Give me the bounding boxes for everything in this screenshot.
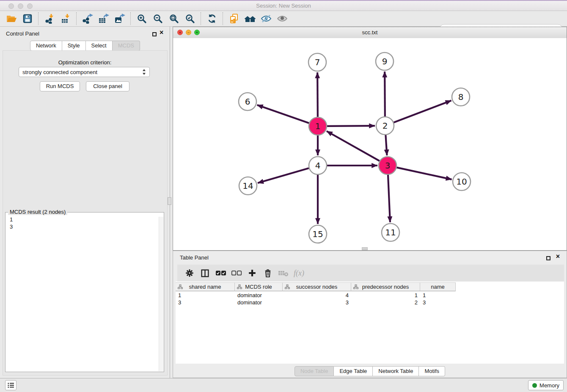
float-table-panel-icon[interactable]: [546, 255, 550, 262]
table-cell[interactable]: 1: [351, 292, 420, 299]
column-label: successor nodes: [296, 284, 338, 290]
table-cell[interactable]: 4: [283, 292, 351, 299]
network-view-window: × − + scc.txt 7968124314101511: [173, 27, 567, 251]
titlebar: Session: New Session: [0, 0, 567, 11]
main-toolbar: [0, 11, 567, 27]
close-panel-button[interactable]: Close panel: [86, 81, 129, 91]
graph-edge-2-9[interactable]: [385, 72, 385, 116]
control-panel: Control Panel × NetworkStyleSelectMCDS O…: [0, 27, 170, 378]
save-session-icon[interactable]: [19, 12, 36, 25]
status-bar: Memory: [0, 378, 567, 392]
memory-button[interactable]: Memory: [528, 380, 564, 390]
graph-edge-3-11[interactable]: [388, 175, 390, 222]
table-cell[interactable]: 3: [283, 299, 351, 306]
show-column-panel-icon[interactable]: [197, 267, 213, 279]
tab-network[interactable]: Network: [30, 41, 62, 51]
import-network-icon[interactable]: [41, 12, 58, 25]
graph-node-label-2: 2: [383, 121, 388, 131]
network-view-title: scc.txt: [173, 29, 567, 36]
deselect-all-rows-icon[interactable]: [228, 267, 244, 279]
table-panel-tabs: Node TableEdge TableNetwork TableMotifs: [173, 366, 567, 376]
add-column-plus-icon[interactable]: [244, 267, 260, 279]
table-cell[interactable]: 1: [176, 292, 235, 299]
table-cell[interactable]: 3: [420, 299, 456, 306]
close-table-panel-icon[interactable]: ×: [556, 254, 560, 259]
delete-column-trash-icon[interactable]: [260, 267, 275, 279]
table-row[interactable]: 3dominator323: [176, 299, 456, 306]
optimization-criterion-select[interactable]: strongly connected component: [19, 67, 150, 77]
table-settings-gear-icon[interactable]: [182, 267, 197, 279]
tab-mcds[interactable]: MCDS: [113, 41, 140, 51]
select-value: strongly connected component: [22, 69, 142, 75]
graph-edge-3-10[interactable]: [396, 168, 451, 179]
column-header-name[interactable]: name: [420, 283, 456, 291]
run-mcds-button[interactable]: Run MCDS: [40, 81, 80, 91]
toolbar-separator: [223, 12, 223, 25]
zoom-out-icon[interactable]: [150, 12, 166, 25]
column-header-successor-nodes[interactable]: successor nodes: [283, 283, 351, 291]
network-graph: 7968124314101511: [173, 38, 567, 250]
select-all-rows-icon[interactable]: [213, 267, 228, 279]
clone-network-icon[interactable]: [226, 12, 242, 25]
control-panel-title: Control Panel: [6, 30, 39, 37]
hide-selected-eye-icon[interactable]: [258, 12, 274, 25]
column-label: shared name: [189, 284, 221, 290]
graph-node-label-11: 11: [385, 227, 396, 237]
application-window: Session: New Session: [0, 0, 567, 392]
toolbar-separator: [38, 12, 39, 25]
vertical-splitter-handle[interactable]: [168, 197, 171, 205]
open-session-icon[interactable]: [3, 12, 19, 25]
graph-edge-1-2[interactable]: [327, 126, 375, 126]
select-stepper-icon: [142, 69, 146, 75]
toolbar-separator: [76, 12, 77, 25]
zoom-selected-icon[interactable]: [182, 12, 198, 25]
table-cell[interactable]: 3: [176, 299, 235, 306]
table-panel-title: Table Panel: [180, 254, 209, 261]
graph-edge-2-3[interactable]: [385, 135, 387, 155]
table-toolbar: f(x): [177, 265, 564, 282]
zoom-in-icon[interactable]: [134, 12, 150, 25]
graph-edge-1-7[interactable]: [317, 72, 318, 117]
column-header-shared-name[interactable]: shared name: [176, 283, 235, 291]
tab-node-table[interactable]: Node Table: [295, 366, 334, 376]
export-network-icon[interactable]: [80, 12, 96, 25]
delete-table-icon: [275, 267, 291, 279]
float-panel-icon[interactable]: [152, 31, 157, 38]
table-cell[interactable]: dominator: [235, 299, 283, 306]
import-table-icon[interactable]: [58, 12, 74, 25]
table-cell[interactable]: 2: [351, 299, 420, 306]
graph-node-label-4: 4: [315, 160, 321, 171]
home-icon[interactable]: [242, 12, 258, 25]
export-table-icon[interactable]: [96, 12, 112, 25]
tab-motifs[interactable]: Motifs: [419, 366, 445, 376]
result-scrollbar[interactable]: [159, 217, 163, 371]
show-all-eye-icon[interactable]: [274, 12, 290, 25]
table-cell[interactable]: 1: [420, 292, 456, 299]
control-panel-tabs: NetworkStyleSelectMCDS: [0, 41, 170, 51]
memory-status-icon: [532, 383, 537, 388]
table-row[interactable]: 1dominator411: [176, 292, 456, 299]
network-canvas[interactable]: 7968124314101511: [173, 38, 567, 250]
tab-style[interactable]: Style: [62, 41, 86, 51]
graph-node-label-3: 3: [385, 160, 391, 171]
graph-node-label-8: 8: [458, 92, 464, 102]
refresh-icon[interactable]: [204, 12, 220, 25]
column-header-mcds-role[interactable]: MCDS role: [235, 283, 283, 291]
node-table: shared nameMCDS rolesuccessor nodesprede…: [176, 282, 564, 364]
graph-edge-1-6[interactable]: [257, 105, 309, 123]
column-header-predecessor-nodes[interactable]: predecessor nodes: [351, 283, 420, 291]
tab-network-table[interactable]: Network Table: [373, 366, 419, 376]
task-history-button[interactable]: [5, 380, 17, 390]
graph-node-label-14: 14: [242, 181, 253, 191]
table-cell[interactable]: dominator: [235, 292, 283, 299]
tab-edge-table[interactable]: Edge Table: [334, 366, 373, 376]
tab-select[interactable]: Select: [86, 41, 113, 51]
graph-edge-3-1[interactable]: [327, 131, 380, 161]
close-panel-icon[interactable]: ×: [160, 30, 163, 35]
export-image-icon[interactable]: [112, 12, 128, 25]
zoom-fit-icon[interactable]: [166, 12, 182, 25]
toolbar-separator: [201, 12, 201, 25]
graph-edge-2-8[interactable]: [394, 101, 451, 123]
horizontal-splitter-handle[interactable]: [362, 247, 368, 250]
graph-edge-4-14[interactable]: [258, 168, 309, 183]
